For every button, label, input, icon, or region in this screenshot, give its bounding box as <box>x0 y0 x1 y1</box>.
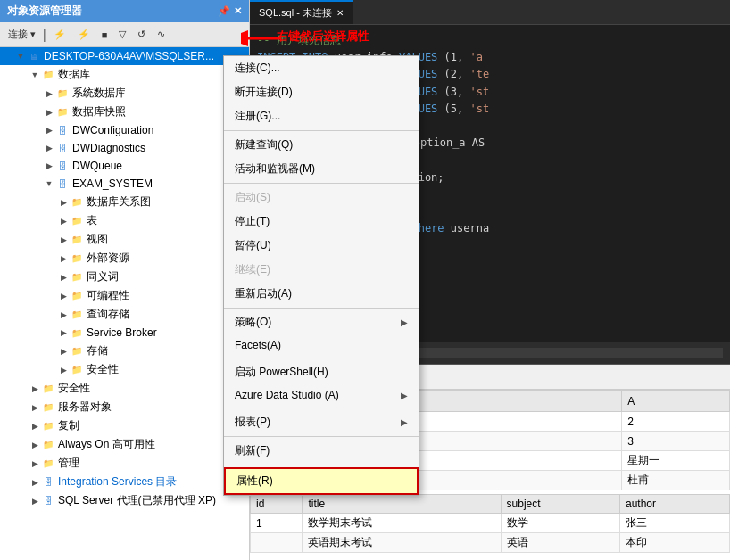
tree-item-service-broker[interactable]: ▶ 📁 Service Broker <box>0 324 249 342</box>
tree-item-integration[interactable]: ▶ 🗄 Integration Services 目录 <box>0 473 249 491</box>
cm-label-disconnect: 断开连接(D) <box>235 85 293 100</box>
tree-item-storage[interactable]: ▶ 📁 存储 <box>0 342 249 360</box>
sql-tab-bar: SQL.sql - 未连接 ✕ <box>250 0 730 25</box>
sql-line-1: -- 用户填充信息 <box>257 32 723 49</box>
cm-label-register: 注册(G)... <box>235 109 280 124</box>
cm-item-disconnect[interactable]: 断开连接(D) <box>224 80 419 104</box>
tree-item-external[interactable]: ▶ 📁 外部资源 <box>0 249 249 268</box>
toolbar-icon-1[interactable]: ⚡ <box>49 26 71 43</box>
tree-toggle-security2: ▶ <box>57 364 70 376</box>
cm-item-azure[interactable]: Azure Data Studio (A) ▶ <box>224 384 419 406</box>
tree-toggle-external: ▶ <box>57 252 70 265</box>
tree-item-tables[interactable]: ▶ 📁 表 <box>0 211 249 230</box>
cm-label-resume: 继续(E) <box>235 262 270 277</box>
cm-separator-3 <box>224 308 419 309</box>
cm-item-facets[interactable]: Facets(A) <box>224 334 419 356</box>
tree-label-dbdiagram: 数据库关系图 <box>87 194 151 210</box>
dwdiag-db-icon: 🗄 <box>55 141 70 155</box>
tree-item-sql-agent[interactable]: ▶ 🗄 SQL Server 代理(已禁用代理 XP) <box>0 491 249 510</box>
tree-item-db-snapshot[interactable]: ▶ 📁 数据库快照 <box>0 103 249 121</box>
tree-item-prog[interactable]: ▶ 📁 可编程性 <box>0 286 249 305</box>
tree-toggle-tables: ▶ <box>57 215 70 227</box>
cm-item-restart[interactable]: 重新启动(A) <box>224 282 419 306</box>
cm-item-stop[interactable]: 停止(T) <box>224 210 419 234</box>
cm-item-new-query[interactable]: 新建查询(Q) <box>224 133 419 157</box>
sql-tab-main[interactable]: SQL.sql - 未连接 ✕ <box>250 0 353 24</box>
cm-item-start[interactable]: 启动(S) <box>224 185 419 210</box>
cell-title-2: 英语期末考试 <box>303 533 501 553</box>
cm-item-policy[interactable]: 策略(O) ▶ <box>224 310 419 334</box>
views-icon: 📁 <box>70 233 84 247</box>
tree-item-views[interactable]: ▶ 📁 视图 <box>0 230 249 249</box>
dwqueue-db-icon: 🗄 <box>55 159 70 173</box>
cm-label-policy: 策略(O) <box>235 315 271 330</box>
toolbar-filter[interactable]: ▽ <box>114 26 130 43</box>
tree-label-security2: 安全性 <box>87 362 119 377</box>
tree-toggle-databases: ▼ <box>29 69 41 81</box>
cm-item-reports[interactable]: 报表(P) ▶ <box>224 410 419 434</box>
cell-id-1: 1 <box>251 514 303 533</box>
security-main-icon: 📁 <box>41 382 55 396</box>
management-icon: 📁 <box>41 457 55 471</box>
tree-label-prog: 可编程性 <box>87 288 129 303</box>
tree-item-dwconfig[interactable]: ▶ 🗄 DWConfiguration <box>0 121 249 139</box>
tree-label-dwdiag: DWDiagnostics <box>72 142 145 154</box>
cm-item-activity[interactable]: 活动和监视器(M) <box>224 157 419 181</box>
tree-item-security-main[interactable]: ▶ 📁 安全性 <box>0 379 249 398</box>
tree-item-dbdiagram[interactable]: ▶ 📁 数据库关系图 <box>0 193 249 211</box>
tree-item-replication[interactable]: ▶ 📁 复制 <box>0 416 249 435</box>
cm-item-pause[interactable]: 暂停(U) <box>224 234 419 258</box>
tree-label-exam: EXAM_SYSTEM <box>72 177 153 190</box>
tree-item-query-store[interactable]: ▶ 📁 查询存储 <box>0 305 249 324</box>
databases-folder-icon: 📁 <box>41 68 55 82</box>
toolbar-icon-2[interactable]: ⚡ <box>73 26 95 43</box>
tree-item-databases[interactable]: ▼ 📁 数据库 <box>0 65 249 84</box>
tree-label-query-store: 查询存储 <box>87 307 129 322</box>
tree-label-dwqueue: DWQueue <box>72 160 122 172</box>
cm-item-resume[interactable]: 继续(E) <box>224 258 419 282</box>
tree-item-management[interactable]: ▶ 📁 管理 <box>0 454 249 473</box>
cm-separator-2 <box>224 183 419 184</box>
cm-separator-5 <box>224 408 419 408</box>
tree-item-system-db[interactable]: ▶ 📁 系统数据库 <box>0 84 249 103</box>
close-icon[interactable]: ✕ <box>234 5 242 17</box>
cm-arrow-azure: ▶ <box>401 391 408 400</box>
tree-item-server-objects[interactable]: ▶ 📁 服务器对象 <box>0 398 249 416</box>
cm-item-properties[interactable]: 属性(R) <box>224 467 419 495</box>
cm-label-azure: Azure Data Studio (A) <box>235 389 339 401</box>
tree-label-system-db: 系统数据库 <box>72 86 126 101</box>
toolbar-wave[interactable]: ∿ <box>153 26 170 43</box>
tree-label-dwconfig: DWConfiguration <box>72 124 153 136</box>
table-row: 1 数学期末考试 数学 张三 <box>251 514 730 533</box>
connect-button[interactable]: 连接 ▾ <box>4 25 40 44</box>
sql-tab-close-icon[interactable]: ✕ <box>336 8 344 18</box>
cm-label-powershell: 启动 PowerShell(H) <box>235 365 328 380</box>
cm-item-register[interactable]: 注册(G)... <box>224 104 419 128</box>
cm-item-powershell[interactable]: 启动 PowerShell(H) <box>224 360 419 384</box>
col-header-subject: subject <box>501 495 619 514</box>
tree-label-integration: Integration Services 目录 <box>58 474 177 490</box>
integration-icon: 🗄 <box>41 475 55 490</box>
tree-item-exam[interactable]: ▼ 🗄 EXAM_SYSTEM <box>0 175 249 193</box>
toolbar-stop[interactable]: ■ <box>97 27 112 43</box>
tree-item-synonyms[interactable]: ▶ 📁 同义词 <box>0 268 249 286</box>
tree-toggle-always-on: ▶ <box>29 439 41 451</box>
tree-item-security2[interactable]: ▶ 📁 安全性 <box>0 360 249 379</box>
cm-separator-1 <box>224 130 419 131</box>
tree-item-dwqueue[interactable]: ▶ 🗄 DWQueue <box>0 157 249 175</box>
storage-icon: 📁 <box>70 344 84 358</box>
cm-label-stop: 停止(T) <box>235 214 270 229</box>
tree-label-db-snapshot: 数据库快照 <box>72 104 126 119</box>
results-table-2: id title subject author 1 数学期末考试 数学 张三 <box>250 494 730 553</box>
cm-item-refresh[interactable]: 刷新(F) <box>224 439 419 463</box>
cm-label-connect: 连接(C)... <box>235 61 280 76</box>
tree-item-dwdiag[interactable]: ▶ 🗄 DWDiagnostics <box>0 139 249 157</box>
panel-title-icons: 📌 ✕ <box>218 5 242 17</box>
tree-label-replication: 复制 <box>58 418 79 433</box>
toolbar-refresh[interactable]: ↺ <box>133 26 150 43</box>
tree-item-server[interactable]: ▼ 🖥 DESKTOP-630A4AV\MSSQLSER... <box>0 47 249 65</box>
cell-subject-1: 数学 <box>501 514 619 533</box>
tree-item-always-on[interactable]: ▶ 📁 Always On 高可用性 <box>0 435 249 454</box>
explorer-toolbar: 连接 ▾ | ⚡ ⚡ ■ ▽ ↺ ∿ <box>0 22 249 47</box>
cm-item-connect[interactable]: 连接(C)... <box>224 56 419 80</box>
